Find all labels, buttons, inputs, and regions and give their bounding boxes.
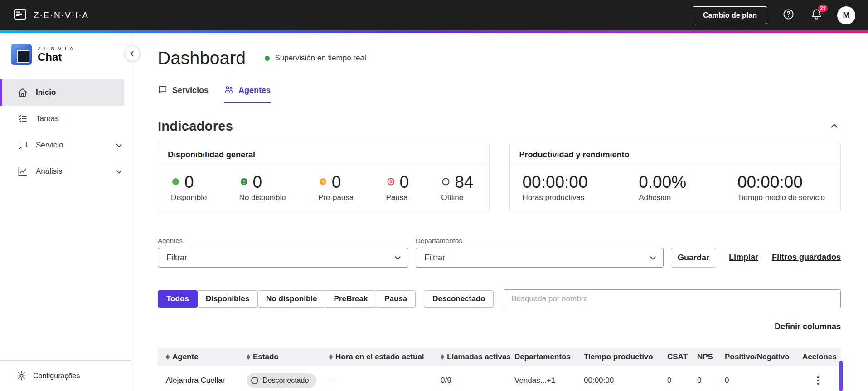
- stat-value: 84: [455, 173, 473, 192]
- stat-label: Adhesión: [639, 193, 686, 202]
- column-header-tiempo-productivo: Tiempo productivo: [584, 352, 667, 362]
- gear-icon: [16, 371, 27, 381]
- tab-agentes[interactable]: Agentes: [224, 84, 271, 103]
- stat-tiempo-medio: 00:00:00 Tiempo medio de servicio: [737, 173, 825, 202]
- services-tab-icon: [158, 84, 168, 97]
- sidebar-item-servicio[interactable]: Servicio: [0, 132, 131, 158]
- chevron-down-icon: [116, 142, 122, 147]
- status-badge: Desconectado: [247, 373, 316, 388]
- stat-label: Tiempo medio de servicio: [737, 193, 825, 202]
- collapse-sidebar-button[interactable]: [125, 46, 140, 61]
- status-chip-todos[interactable]: Todos: [158, 290, 198, 308]
- kebab-icon: [817, 376, 819, 378]
- stat-offline: 84 Offline: [441, 173, 473, 202]
- sidebar-item-configuracoes[interactable]: Configurações: [0, 360, 131, 391]
- stat-label: Offline: [441, 193, 473, 202]
- clear-filters-link[interactable]: Limpiar: [729, 253, 758, 262]
- stat-value: 00:00:00: [737, 173, 825, 192]
- notification-badge: 21: [818, 5, 828, 12]
- column-header-hora-estado[interactable]: Hora en el estado actual: [329, 352, 441, 362]
- status-chip-pausa[interactable]: Pausa: [376, 290, 416, 308]
- tab-servicios[interactable]: Servicios: [158, 84, 209, 103]
- stat-horas-productivas: 00:00:00 Horas productivas: [523, 173, 588, 202]
- zenvia-chat-logo: Z·E·N·V·I·A Chat: [0, 33, 131, 65]
- offline-icon: [441, 177, 451, 188]
- active-calls-cell: 0/9: [441, 376, 514, 385]
- stat-pausa: 0 Pausa: [386, 173, 409, 202]
- status-badge-label: Desconectado: [262, 376, 309, 385]
- stat-pre-pausa: 0 Pre-pausa: [318, 173, 354, 202]
- brand-text: Z·E·N·V·I·A: [34, 10, 89, 20]
- column-header-estado[interactable]: Estado: [247, 352, 329, 362]
- stat-label: Disponible: [171, 193, 207, 202]
- search-input[interactable]: [504, 289, 841, 308]
- sidebar-item-inicio[interactable]: Inicio: [0, 79, 124, 106]
- departments-filter-field: Departamentos Filtrar: [416, 237, 664, 268]
- tab-label: Servicios: [172, 86, 209, 95]
- actions-cell: [802, 375, 841, 386]
- agents-filter-label: Agentes: [158, 237, 408, 244]
- sidebar-item-label: Servicio: [36, 141, 63, 150]
- pause-icon: [386, 177, 396, 188]
- departments-filter-label: Departamentos: [416, 237, 664, 244]
- productivity-card-title: Productividad y rendimiento: [510, 143, 841, 166]
- column-header-nps: NPS: [697, 352, 725, 362]
- save-filters-button[interactable]: Guardar: [671, 248, 716, 268]
- stat-label: Horas productivas: [523, 193, 588, 202]
- time-in-status-cell: --: [329, 376, 441, 385]
- stat-value: 0.00%: [639, 173, 686, 192]
- chart-icon: [17, 166, 28, 177]
- sidebar-item-label: Inicio: [36, 88, 56, 97]
- departments-cell: Vendas...+1: [514, 376, 584, 385]
- column-header-positivo-negativo: Positivo/Negativo: [725, 352, 802, 362]
- column-header-llamadas[interactable]: Llamadas activas: [441, 352, 514, 362]
- saved-filters-link[interactable]: Filtros guardados: [772, 253, 841, 262]
- collapse-indicators-button[interactable]: [827, 121, 841, 132]
- indicators-title: Indicadores: [158, 119, 233, 134]
- define-columns-link[interactable]: Definir columnas: [775, 322, 841, 331]
- tasks-icon: [17, 113, 28, 124]
- stat-value: 00:00:00: [523, 173, 588, 192]
- sort-icon: [247, 354, 250, 360]
- availability-card: Disponibilidad general 0 Disponible: [158, 143, 490, 211]
- stat-label: No disponible: [239, 193, 286, 202]
- zenvia-logo-icon: [13, 7, 28, 24]
- sidebar-item-analisis[interactable]: Análisis: [0, 158, 131, 185]
- status-chip-disponibles[interactable]: Disponibles: [197, 290, 258, 308]
- stat-value: 0: [184, 173, 194, 192]
- departments-filter-value: Filtrar: [424, 253, 445, 263]
- sort-icon: [441, 354, 444, 360]
- prebreak-icon: [318, 177, 328, 188]
- realtime-status-label: Supervisión en tiempo real: [275, 54, 366, 63]
- change-plan-button[interactable]: Cambio de plan: [693, 6, 767, 24]
- avatar[interactable]: M: [837, 6, 855, 24]
- column-header-acciones: Acciones: [802, 352, 841, 362]
- availability-card-title: Disponibilidad general: [158, 143, 489, 166]
- status-chip-no-disponible[interactable]: No disponible: [257, 290, 325, 308]
- notifications-button[interactable]: 21: [809, 8, 824, 23]
- unavailable-icon: [239, 177, 249, 188]
- status-cell: Desconectado: [247, 373, 329, 388]
- stat-value: 0: [253, 173, 262, 192]
- agents-filter-select[interactable]: Filtrar: [158, 248, 408, 268]
- column-header-agente[interactable]: Agente: [166, 352, 247, 362]
- chevron-up-icon: [830, 124, 838, 131]
- stat-no-disponible: 0 No disponible: [239, 173, 286, 202]
- table-scrollbar-thumb[interactable]: [839, 361, 843, 391]
- status-chip-prebreak[interactable]: PreBreak: [325, 290, 376, 308]
- pos-neg-cell: 0: [725, 376, 802, 385]
- csat-cell: 0: [667, 376, 697, 385]
- table-header: Agente Estado Hora en el estado actual L…: [158, 348, 841, 366]
- status-filter-group: Todos Disponibles No disponible PreBreak…: [158, 290, 416, 308]
- agents-filter-value: Filtrar: [166, 253, 187, 263]
- sidebar-item-label: Análisis: [36, 167, 63, 176]
- topbar: Z·E·N·V·I·A Cambio de plan 21 M: [0, 0, 868, 30]
- status-chip-desconectado[interactable]: Desconectado: [424, 290, 494, 308]
- row-actions-button[interactable]: [814, 375, 822, 386]
- help-button[interactable]: [781, 8, 795, 23]
- departments-filter-select[interactable]: Filtrar: [416, 248, 664, 268]
- live-dot: [265, 56, 270, 61]
- column-header-csat: CSAT: [667, 352, 697, 362]
- sidebar-item-tareas[interactable]: Tareas: [0, 106, 131, 132]
- available-icon: [171, 177, 180, 188]
